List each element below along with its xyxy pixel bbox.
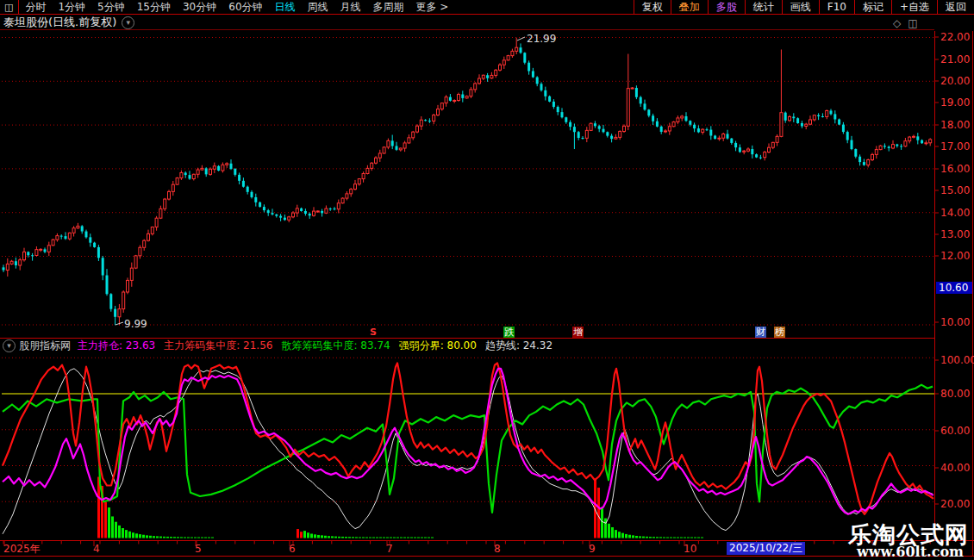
stock-title: 泰坦股份(日线.前复权) [0,15,116,30]
indicator-value-label: 20.00 [940,498,970,510]
chevron-down-icon[interactable]: ▾ [122,16,134,29]
chart-canvas[interactable] [0,0,974,560]
diamond-icon[interactable]: ◇ [893,17,901,29]
period-item-10[interactable]: 更多 > [410,0,455,14]
date-label: 4 [93,543,100,555]
event-badge: S [370,327,377,338]
indicator-field-2: 散筹筹码集中度: 83.74 [281,339,390,352]
period-item-6[interactable]: 日线 [269,0,302,14]
date-label: 5 [195,543,202,555]
indicator-value-label: 40.00 [940,462,970,474]
event-badge: 财 [755,327,766,338]
period-item-1[interactable]: 1分钟 [52,0,91,14]
chart-corner-icons: ◇ ◫ [893,17,918,29]
date-label: 8 [494,543,501,555]
price-label: 10.00 [940,316,970,328]
price-annotation: 9.99 [124,318,147,330]
price-label: 19.00 [940,96,970,109]
price-label: 16.00 [940,163,970,175]
price-label: 17.00 [940,140,970,152]
period-item-7[interactable]: 周线 [302,0,334,14]
title-bar: 泰坦股份(日线.前复权) ▾ [0,16,934,30]
action-menu: 复权叠加多股统计画线F10标记+自选返回 [634,0,974,14]
top-toolbar: ◫ 分时1分钟5分钟15分钟30分钟60分钟日线周线月线多周期更多 > 复权叠加… [0,0,974,15]
period-item-3[interactable]: 15分钟 [131,0,177,14]
period-item-0[interactable]: 分时 [19,0,52,14]
event-badge: 增 [572,327,584,338]
action-button-0[interactable]: 复权 [634,0,671,14]
price-label: 22.00 [940,31,970,43]
price-label: 20.00 [940,75,970,87]
split-window-icon[interactable]: ◫ [0,0,19,14]
price-label: 13.00 [940,228,970,240]
current-date-tag: 2025/10/22/三 [727,542,805,555]
action-button-7[interactable]: +自选 [891,0,937,14]
indicator-field-3: 强弱分界: 80.00 [399,339,477,352]
period-item-5[interactable]: 60分钟 [222,0,268,14]
price-label: 18.00 [940,119,970,131]
date-axis: 2025年456789102025/10/22/三 [0,540,974,557]
date-label: 6 [289,543,296,555]
action-button-6[interactable]: 标记 [854,0,891,14]
period-item-9[interactable]: 多周期 [367,0,410,14]
period-item-8[interactable]: 月线 [334,0,367,14]
date-label: 10 [684,543,696,555]
price-annotation: 21.99 [527,33,556,45]
indicator-field-4: 趋势线: 24.32 [485,339,553,352]
indicator-field-0: 主力持仓: 23.63 [78,339,155,352]
indicator-field-1: 主力筹码集中度: 21.56 [164,339,272,352]
date-label: 2025年 [3,543,41,555]
indicator-values: 主力持仓: 23.63主力筹码集中度: 21.56散筹筹码集中度: 83.74强… [78,339,561,353]
indicator-value-label: 60.00 [940,425,970,437]
action-button-3[interactable]: 统计 [745,0,782,14]
price-label: 14.00 [940,207,970,219]
indicator-value-label: 80.00 [940,388,970,400]
action-button-2[interactable]: 多股 [708,0,745,14]
action-button-8[interactable]: 返回 [937,0,974,14]
period-menu: 分时1分钟5分钟15分钟30分钟60分钟日线周线月线多周期更多 > [19,0,454,14]
watermark-url: www.60lt.com [857,544,964,560]
event-badge: 跌 [503,327,515,338]
price-label: 15.00 [940,184,970,196]
action-button-4[interactable]: 画线 [782,0,819,14]
period-item-4[interactable]: 30分钟 [177,0,222,14]
price-label: 12.00 [940,250,970,262]
indicator-header: ▾ 股朋指标网 主力持仓: 23.63主力筹码集中度: 21.56散筹筹码集中度… [0,338,934,352]
price-label: 21.00 [940,53,970,65]
current-price-tag: 10.60 [936,282,972,294]
chevron-down-icon[interactable]: ▾ [3,339,16,352]
event-badge: 榜 [774,327,785,338]
date-label: 7 [386,543,393,555]
action-button-5[interactable]: F10 [819,0,854,14]
indicator-value-label: 100.00 [940,354,974,366]
window-icon[interactable]: ◫ [908,17,917,29]
indicator-source: 股朋指标网 [19,339,71,353]
date-label: 9 [589,543,596,555]
period-item-2[interactable]: 5分钟 [91,0,131,14]
action-button-1[interactable]: 叠加 [671,0,708,14]
